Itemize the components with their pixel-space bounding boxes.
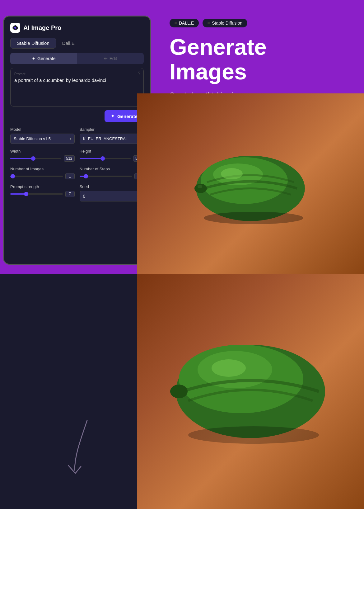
tabs-row: Stable Diffusion Dall.E [10, 38, 144, 49]
badge-dalle: DALL.E [170, 19, 199, 27]
sampler-group: Sampler K_EULER_ANCESTRAL K_EULER DDIM ▼ [80, 127, 144, 144]
height-label: Height [80, 149, 144, 154]
width-value: 512 [64, 155, 74, 162]
bottom-arrow-container [56, 414, 100, 484]
num-steps-label: Number of Steps [80, 167, 144, 171]
num-steps-slider-thumb[interactable] [84, 174, 88, 178]
seed-label: Seed [80, 184, 144, 189]
height-slider-thumb[interactable] [100, 156, 105, 161]
height-slider-row: 512 [80, 155, 144, 162]
svg-point-4 [194, 184, 207, 193]
promo-title: GenerateImages [170, 35, 267, 84]
help-icon: ? [138, 71, 140, 76]
app-title: AI Image Pro [23, 24, 61, 31]
tablet-mockup: AI Image Pro Stable Diffusion Dall.E ✦ G… [3, 16, 151, 265]
model-label: Model [10, 127, 75, 132]
svg-point-6 [221, 168, 243, 179]
prompt-strength-group: Prompt strength 7 [10, 184, 75, 201]
params-grid: Model Stable Diffusion v1.5 Stable Diffu… [10, 127, 144, 201]
action-row: ✦ Generate ✏ Edit [10, 53, 144, 64]
num-steps-slider-row: 20 [80, 173, 144, 179]
svg-point-7 [204, 212, 303, 224]
num-images-group: Number of Images 1 [10, 167, 75, 179]
num-images-slider-thumb[interactable] [11, 174, 15, 178]
height-slider-track[interactable] [80, 158, 131, 159]
generate-btn-icon: ✦ [111, 113, 115, 119]
badge-dot-dalle [175, 22, 177, 24]
width-slider-row: 512 [10, 155, 75, 162]
app-header: AI Image Pro [10, 23, 144, 33]
num-images-label: Number of Images [10, 167, 75, 171]
prompt-strength-slider-track[interactable] [10, 193, 63, 195]
num-images-slider-track[interactable] [10, 176, 63, 177]
cucumber-image-panel [137, 93, 364, 274]
svg-point-0 [14, 27, 16, 29]
sampler-label: Sampler [80, 127, 144, 132]
tab-dall-e[interactable]: Dall.E [56, 38, 81, 49]
seed-input[interactable] [80, 191, 144, 201]
prompt-text[interactable]: a portrait of a cucumber, by leonardo da… [14, 78, 140, 102]
badge-dot-sd [208, 22, 210, 24]
prompt-strength-slider-thumb[interactable] [24, 192, 28, 196]
num-steps-group: Number of Steps 20 [80, 167, 144, 179]
cucumber-illustration [173, 137, 328, 230]
width-slider-track[interactable] [10, 158, 61, 159]
seed-group: Seed [80, 184, 144, 201]
cucumber-bottom-illustration [142, 282, 359, 500]
svg-rect-5 [198, 185, 202, 188]
bottom-section [0, 274, 364, 509]
app-logo [10, 23, 20, 33]
svg-point-12 [212, 359, 246, 377]
generate-icon: ✦ [32, 56, 35, 61]
num-images-slider-row: 1 [10, 173, 75, 179]
badge-stable-diffusion: Stable Diffusion [203, 19, 247, 27]
width-label: Width [10, 149, 75, 154]
tab-stable-diffusion[interactable]: Stable Diffusion [10, 38, 56, 49]
prompt-strength-label: Prompt strength [10, 184, 75, 189]
edit-action-btn[interactable]: ✏ Edit [77, 53, 144, 64]
width-slider-thumb[interactable] [31, 156, 35, 161]
width-group: Width 512 [10, 149, 75, 162]
generate-action-btn[interactable]: ✦ Generate [10, 53, 77, 64]
prompt-strength-value: 7 [65, 191, 75, 197]
model-select-wrapper: Stable Diffusion v1.5 Stable Diffusion v… [10, 134, 75, 144]
bottom-right-panel [137, 274, 364, 509]
bottom-left [0, 274, 137, 509]
svg-point-11 [170, 385, 188, 398]
bottom-curved-arrow-icon [56, 414, 100, 483]
num-steps-slider-track[interactable] [80, 176, 132, 177]
prompt-label: Prompt [14, 72, 140, 76]
prompt-strength-slider-row: 7 [10, 191, 75, 197]
prompt-box: Prompt a portrait of a cucumber, by leon… [10, 68, 144, 106]
num-images-value: 1 [65, 173, 75, 179]
model-group: Model Stable Diffusion v1.5 Stable Diffu… [10, 127, 75, 144]
width-slider-fill [10, 158, 33, 159]
height-group: Height 512 [80, 149, 144, 162]
edit-icon: ✏ [104, 56, 108, 61]
svg-point-13 [188, 426, 319, 444]
sampler-select[interactable]: K_EULER_ANCESTRAL K_EULER DDIM [80, 134, 144, 144]
height-slider-fill [80, 158, 103, 159]
model-select[interactable]: Stable Diffusion v1.5 Stable Diffusion v… [10, 134, 75, 144]
badge-row: DALL.E Stable Diffusion [170, 19, 247, 27]
sampler-select-wrapper: K_EULER_ANCESTRAL K_EULER DDIM ▼ [80, 134, 144, 144]
generate-btn-row: ✦ Generate [10, 110, 144, 122]
